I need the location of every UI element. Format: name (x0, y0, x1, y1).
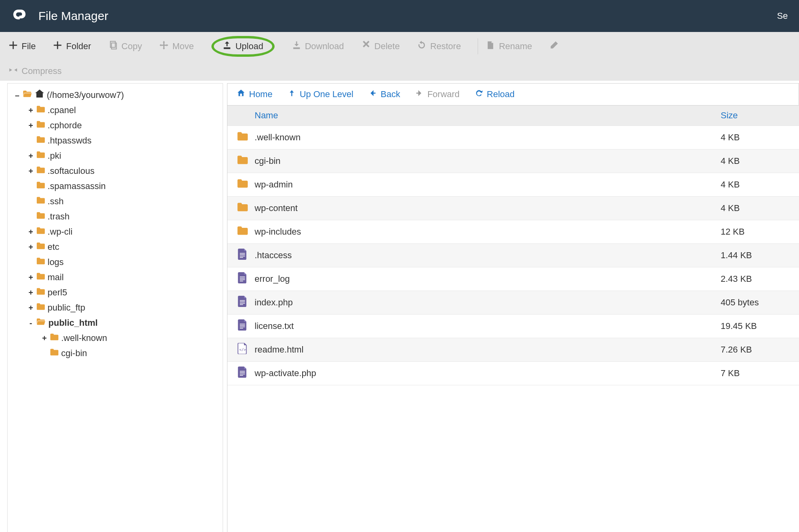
home-icon (237, 89, 245, 100)
file-row[interactable]: </>readme.html7.26 KB (227, 338, 799, 362)
column-size[interactable]: Size (721, 110, 793, 121)
rename-button: Rename (486, 41, 532, 52)
file-size: 4 KB (721, 132, 793, 143)
toolbar-label: Download (305, 41, 344, 52)
svg-rect-5 (373, 93, 376, 94)
app-title: File Manager (38, 9, 108, 23)
file-name: license.txt (255, 321, 721, 331)
nav-up-button[interactable]: Up One Level (288, 89, 354, 100)
file-row[interactable]: license.txt19.45 KB (227, 315, 799, 338)
up-icon (288, 89, 296, 100)
folder-icon (36, 179, 45, 193)
folder-icon (50, 331, 59, 345)
file-name: wp-activate.php (255, 368, 721, 379)
file-row[interactable]: wp-includes12 KB (227, 220, 799, 244)
file-name: .well-known (255, 132, 721, 143)
tree-label: .pki (48, 149, 61, 163)
download-icon (292, 41, 301, 52)
upload-button[interactable]: Upload (211, 36, 275, 57)
folder-icon (36, 209, 45, 224)
toggle-icon[interactable]: + (41, 331, 48, 345)
folder-button[interactable]: Folder (53, 41, 91, 52)
file-size: 12 KB (721, 227, 793, 237)
file-row[interactable]: .well-known4 KB (227, 126, 799, 149)
toggle-icon[interactable]: + (28, 301, 34, 315)
file-name: error_log (255, 274, 721, 284)
tree-item[interactable]: +.cphorde (10, 118, 223, 133)
tree-item[interactable]: -public_html (10, 315, 223, 331)
upload-icon (223, 41, 231, 52)
file-name: .htaccess (255, 250, 721, 261)
file-row[interactable]: wp-admin4 KB (227, 173, 799, 197)
file-row[interactable]: wp-content4 KB (227, 197, 799, 220)
tree-item[interactable]: +.pki (10, 148, 223, 163)
toolbar: FileFolderCopyMoveUploadDownloadDeleteRe… (0, 32, 799, 81)
file-name: readme.html (255, 345, 721, 355)
tree-root[interactable]: – (/home3/yourwow7) (10, 88, 223, 103)
folder-icon (36, 133, 45, 148)
toolbar-label: Compress (22, 66, 62, 76)
toggle-icon[interactable]: - (28, 316, 34, 330)
compress-icon (9, 66, 18, 77)
restore-button: Restore (417, 41, 461, 52)
nav-label: Forward (427, 89, 460, 100)
tree-item[interactable]: +public_ftp (10, 300, 223, 315)
tree-item[interactable]: +.cpanel (10, 103, 223, 118)
toggle-icon[interactable]: + (28, 149, 34, 163)
navigation-bar: HomeUp One LevelBackForwardReload (227, 83, 799, 106)
folder-icon (50, 346, 59, 361)
tree-item[interactable]: +mail (10, 270, 223, 285)
toggle-icon: + (28, 209, 34, 224)
tree-item[interactable]: +.htpasswds (10, 133, 223, 148)
tree-item[interactable]: +.ssh (10, 194, 223, 209)
edit-button (550, 41, 562, 52)
toggle-icon[interactable]: + (28, 270, 34, 285)
nav-forward-button: Forward (415, 89, 460, 100)
file-row[interactable]: wp-activate.php7 KB (227, 362, 799, 385)
reload-icon (475, 89, 483, 100)
nav-back-button[interactable]: Back (369, 89, 400, 100)
forward-icon (415, 89, 423, 100)
tree-item[interactable]: +perl5 (10, 285, 223, 300)
copy-button: Copy (109, 41, 142, 52)
nav-home-button[interactable]: Home (237, 89, 273, 100)
toggle-icon[interactable]: + (28, 285, 34, 300)
file-icon (237, 296, 248, 309)
tree-item[interactable]: +.spamassassin (10, 179, 223, 194)
toolbar-label: File (22, 41, 36, 52)
file-row[interactable]: .htaccess1.44 KB (227, 244, 799, 267)
toggle-icon[interactable]: + (28, 225, 34, 239)
file-button[interactable]: File (9, 41, 36, 52)
tree-item[interactable]: +etc (10, 239, 223, 255)
toggle-icon[interactable]: + (28, 240, 34, 254)
toggle-icon[interactable]: + (28, 164, 34, 178)
file-list-header[interactable]: Name Size (227, 106, 799, 126)
restore-icon (417, 41, 426, 52)
toolbar-label: Copy (122, 41, 142, 52)
tree-label: cgi-bin (61, 346, 87, 361)
toggle-icon[interactable]: – (14, 88, 20, 102)
file-row[interactable]: error_log2.43 KB (227, 267, 799, 291)
column-name[interactable]: Name (255, 110, 721, 121)
folder-icon (36, 255, 45, 269)
file-row[interactable]: index.php405 bytes (227, 291, 799, 315)
folder-icon (36, 149, 45, 163)
file-row[interactable]: cgi-bin4 KB (227, 149, 799, 173)
tree-label: .softaculous (48, 164, 94, 178)
tree-item[interactable]: +.softaculous (10, 163, 223, 179)
nav-reload-button[interactable]: Reload (475, 89, 515, 100)
tree-item[interactable]: +.trash (10, 209, 223, 224)
tree-item[interactable]: +.wp-cli (10, 224, 223, 239)
html-file-icon: </> (237, 343, 248, 357)
tree-item[interactable]: +.well-known (10, 331, 223, 346)
toggle-icon[interactable]: + (28, 118, 34, 133)
file-icon (237, 249, 248, 262)
tree-item[interactable]: +logs (10, 255, 223, 270)
tree-label: .trash (48, 209, 70, 224)
tree-item[interactable]: +cgi-bin (10, 346, 223, 361)
file-name: wp-admin (255, 179, 721, 190)
toggle-icon[interactable]: + (28, 103, 34, 118)
tree-label: mail (48, 270, 64, 285)
tree-label: public_ftp (48, 301, 85, 315)
toolbar-label: Upload (235, 41, 263, 52)
